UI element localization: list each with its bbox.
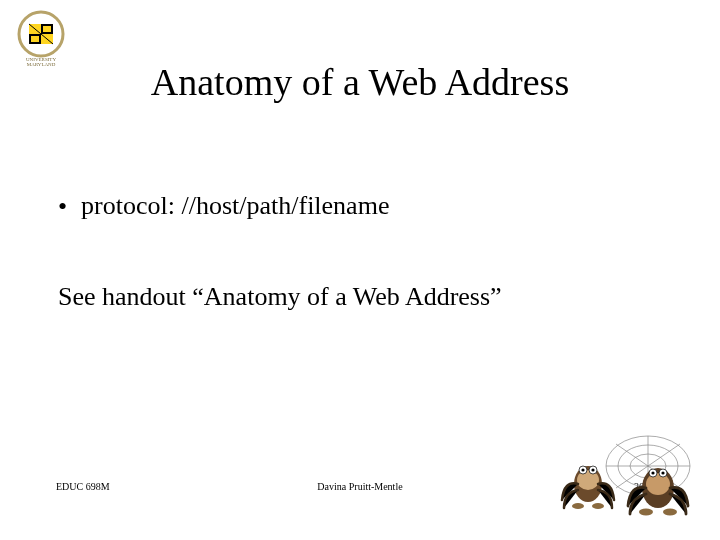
svg-rect-4 [43, 26, 51, 32]
svg-point-28 [661, 471, 664, 474]
svg-point-22 [592, 503, 604, 509]
handout-reference: See handout “Anatomy of a Web Address” [58, 281, 680, 314]
bullet-item: • protocol: //host/path/filename [58, 190, 680, 223]
bullet-dot-icon: • [58, 194, 67, 227]
svg-point-30 [663, 509, 677, 516]
svg-point-27 [651, 471, 654, 474]
svg-point-29 [639, 509, 653, 516]
svg-point-24 [646, 473, 670, 495]
slide-title: Anatomy of a Web Address [0, 60, 720, 104]
slide: UNIVERSITY MARYLAND Anatomy of a Web Add… [0, 0, 720, 540]
svg-point-20 [591, 468, 594, 471]
svg-point-19 [581, 468, 584, 471]
svg-rect-5 [31, 36, 39, 42]
svg-point-21 [572, 503, 584, 509]
bullet-text: protocol: //host/path/filename [81, 190, 389, 223]
slide-body: • protocol: //host/path/filename See han… [58, 190, 680, 313]
spiders-on-web-icon [558, 424, 698, 524]
